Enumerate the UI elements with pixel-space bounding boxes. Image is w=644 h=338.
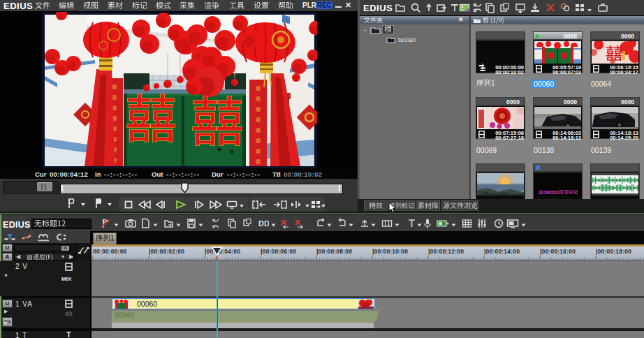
svg-text:DD: DD [258,219,269,228]
